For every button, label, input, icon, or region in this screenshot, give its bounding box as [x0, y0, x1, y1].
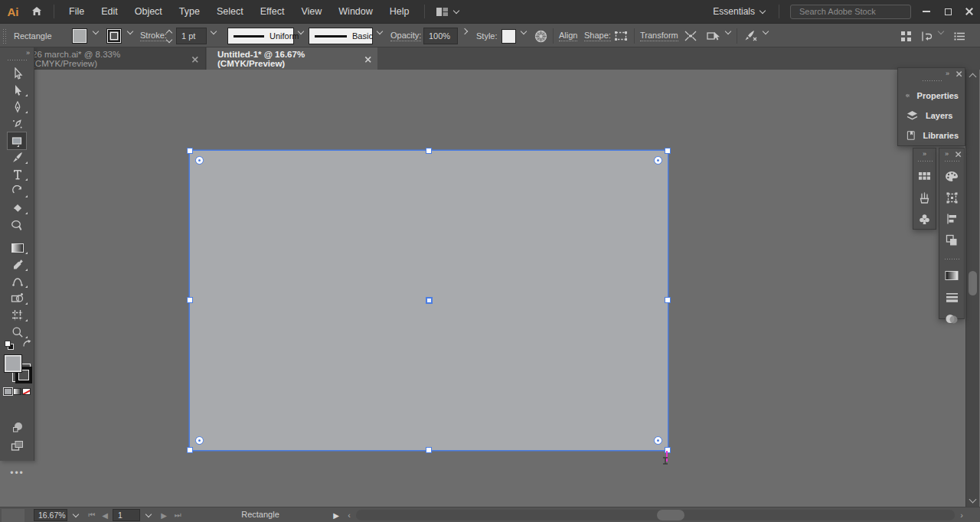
panel-tab-libraries[interactable]: Libraries: [898, 126, 965, 145]
handle-bottom-center[interactable]: [426, 447, 432, 453]
draw-mode-icon[interactable]: [0, 419, 34, 436]
gradient-panel-icon[interactable]: [943, 269, 960, 282]
close-icon[interactable]: [956, 71, 960, 75]
home-icon[interactable]: [26, 0, 47, 23]
menu-help[interactable]: Help: [381, 0, 418, 23]
handle-top-right[interactable]: [665, 148, 671, 154]
pen-tool[interactable]: [0, 99, 34, 116]
panel-collapse-icon[interactable]: »: [946, 70, 949, 77]
menu-type[interactable]: Type: [171, 0, 208, 23]
vertical-scrollbar[interactable]: [965, 70, 979, 507]
fill-swatch-chevron[interactable]: [90, 24, 101, 41]
align-to-selection-icon[interactable]: [684, 24, 697, 48]
panel-collapse-icon[interactable]: »: [26, 49, 30, 57]
style-options-icon[interactable]: [743, 24, 758, 48]
menu-select[interactable]: Select: [208, 0, 252, 23]
maximize-icon[interactable]: [937, 3, 959, 20]
search-input[interactable]: [799, 7, 908, 16]
color-mode-none-icon[interactable]: [22, 388, 31, 395]
drag-handle[interactable]: [2, 28, 7, 44]
flow-options-chevron[interactable]: [935, 24, 946, 41]
handle-bottom-left[interactable]: [187, 447, 193, 453]
menu-object[interactable]: Object: [126, 0, 171, 23]
stroke-panel-icon[interactable]: [943, 290, 960, 304]
close-icon[interactable]: [959, 3, 980, 20]
zoom-tool[interactable]: [0, 324, 34, 341]
status-options-arrow[interactable]: ▶: [331, 507, 341, 522]
drag-handle[interactable]: [944, 160, 959, 163]
shaper-tool[interactable]: [0, 217, 34, 233]
scroll-left-icon[interactable]: ‹: [345, 507, 354, 522]
type-tool[interactable]: [0, 166, 34, 183]
artboard-canvas[interactable]: [0, 70, 980, 507]
fill-swatch[interactable]: [4, 354, 22, 373]
selection-tool[interactable]: [0, 65, 34, 82]
style-options-chevron[interactable]: [760, 24, 771, 41]
rectangle-tool[interactable]: [8, 132, 26, 149]
stroke-label[interactable]: Stroke:: [140, 31, 167, 41]
free-transform-panel-icon[interactable]: [943, 191, 960, 204]
align-panel-icon[interactable]: [943, 212, 960, 226]
close-icon[interactable]: [192, 56, 197, 60]
brush-definition-chevron[interactable]: [374, 24, 385, 41]
swatches-panel-icon[interactable]: [916, 169, 933, 183]
blend-tool[interactable]: [0, 273, 34, 290]
eraser-tool[interactable]: [0, 200, 34, 217]
menu-window[interactable]: Window: [330, 0, 381, 23]
panel-tab-properties[interactable]: Properties: [898, 86, 965, 106]
artboard-number-field[interactable]: 1: [113, 509, 140, 521]
gradient-tool[interactable]: [0, 240, 34, 256]
panel-collapse-icon[interactable]: »: [923, 150, 926, 158]
corner-widget-bottom-right[interactable]: [654, 436, 662, 445]
adobe-stock-search[interactable]: [790, 5, 911, 19]
eyedropper-tool[interactable]: [0, 256, 34, 273]
stroke-weight-chevron[interactable]: [207, 24, 219, 41]
handle-top-center[interactable]: [426, 148, 432, 154]
default-fill-stroke-icon[interactable]: [5, 341, 14, 350]
drag-handle[interactable]: [922, 80, 942, 83]
rotate-tool[interactable]: [0, 183, 34, 200]
selected-rectangle[interactable]: [190, 151, 668, 450]
tab-26-march[interactable]: 26 march.ai* @ 8.33% (CMYK/Preview): [21, 47, 206, 70]
transparency-panel-icon[interactable]: [943, 312, 960, 325]
curvature-tool[interactable]: [0, 116, 34, 132]
width-profile-chevron[interactable]: [295, 24, 306, 41]
handle-middle-left[interactable]: [187, 297, 193, 303]
recolor-artwork-icon[interactable]: [534, 24, 547, 48]
menu-file[interactable]: File: [60, 0, 93, 23]
opacity-label[interactable]: Opacity:: [390, 31, 421, 41]
menu-view[interactable]: View: [292, 0, 330, 23]
stroke-swatch-chevron[interactable]: [124, 24, 136, 41]
style-swatch[interactable]: [501, 29, 516, 44]
zoom-level-field[interactable]: 16.67%: [34, 509, 67, 521]
tab-untitled-1[interactable]: Untitled-1* @ 16.67% (CMYK/Preview): [207, 47, 377, 70]
corner-widget-top-left[interactable]: [195, 156, 204, 165]
transform-label[interactable]: Transform: [640, 31, 678, 41]
color-mode-solid-icon[interactable]: [4, 388, 12, 395]
handle-top-left[interactable]: [187, 148, 193, 154]
opacity-arrow[interactable]: [459, 24, 470, 41]
close-icon[interactable]: [365, 56, 370, 60]
next-artboard-icon[interactable]: ▶: [158, 507, 169, 522]
swap-fill-stroke-icon[interactable]: [21, 339, 32, 349]
workspace-switcher-icon[interactable]: [431, 6, 463, 18]
scrollbar-thumb[interactable]: [657, 510, 684, 520]
center-point[interactable]: [426, 297, 433, 304]
shape-builder-tool[interactable]: [0, 290, 34, 307]
scroll-right-icon[interactable]: ›: [957, 507, 966, 522]
direct-selection-tool[interactable]: [0, 82, 34, 99]
shape-label[interactable]: Shape:: [584, 31, 611, 41]
menu-effect[interactable]: Effect: [252, 0, 293, 23]
minimize-icon[interactable]: [916, 3, 937, 20]
width-profile-dropdown[interactable]: Uniform: [227, 28, 294, 44]
flow-options-icon[interactable]: [920, 24, 933, 48]
pathfinder-panel-icon[interactable]: [943, 233, 960, 247]
last-artboard-icon[interactable]: ⏭: [172, 507, 184, 522]
corner-widget-top-right[interactable]: [654, 156, 662, 165]
stroke-weight-stepper[interactable]: [164, 27, 175, 45]
corner-widget-bottom-left[interactable]: [195, 436, 204, 445]
dock-icon[interactable]: [900, 24, 912, 48]
stroke-swatch[interactable]: [106, 28, 122, 44]
opacity-field[interactable]: 100%: [423, 28, 458, 44]
style-chevron[interactable]: [518, 24, 529, 41]
